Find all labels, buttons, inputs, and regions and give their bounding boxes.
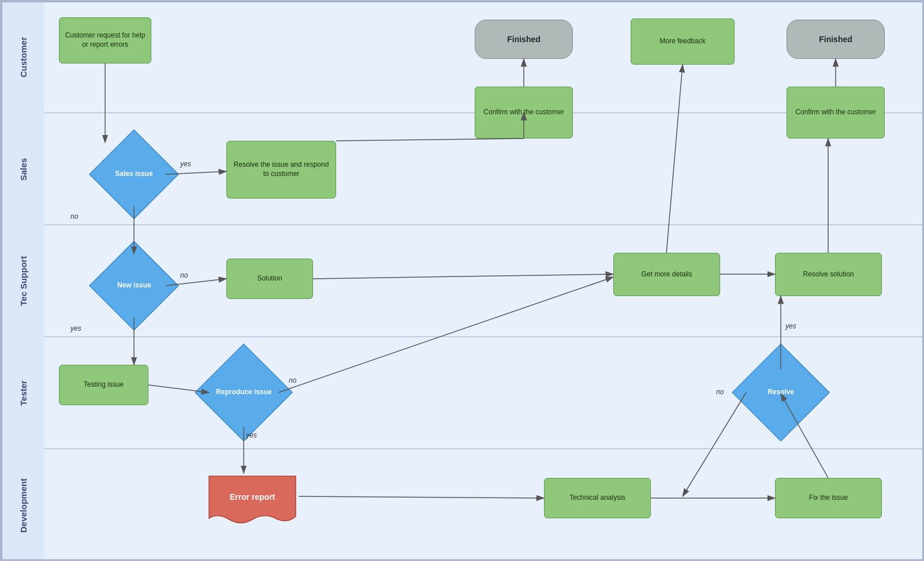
lane-label-development: Development bbox=[1, 449, 44, 561]
arrow-label-no3: no bbox=[289, 376, 296, 384]
svg-text:Error report: Error report bbox=[230, 492, 275, 502]
arrow-label-no4: no bbox=[716, 388, 724, 396]
lane-label-sales: Sales bbox=[1, 113, 44, 225]
lane-label-customer: Customer bbox=[1, 1, 44, 113]
node-finished-2: Finished bbox=[787, 20, 885, 59]
node-error-report: Error report bbox=[206, 473, 299, 531]
node-resolve-issue: Resolve the issue and respond to custome… bbox=[226, 141, 336, 199]
node-solution: Solution bbox=[226, 259, 313, 299]
node-finished-1: Finished bbox=[475, 20, 573, 59]
node-more-feedback: More feedback bbox=[631, 18, 735, 65]
diagram-container: Customer Sales Tec Support Tester Develo… bbox=[0, 0, 924, 561]
node-resolve-solution: Resolve solution bbox=[775, 253, 882, 296]
node-testing-issue: Testing issue bbox=[59, 365, 148, 405]
arrow-label-yes3: yes bbox=[246, 431, 257, 439]
node-customer-request: Customer request for help or report erro… bbox=[59, 17, 151, 63]
node-get-more-details: Get more details bbox=[613, 253, 720, 296]
node-technical-analysis: Technical analysis bbox=[544, 478, 651, 518]
arrow-label-yes1: yes bbox=[180, 160, 191, 168]
lane-label-tester: Tester bbox=[1, 337, 44, 449]
node-fix-the-issue: Fix the issue bbox=[775, 478, 882, 518]
arrow-label-yes2: yes bbox=[70, 324, 81, 332]
node-confirm-2: Confirm with the customer bbox=[787, 87, 885, 139]
arrow-label-yes4: yes bbox=[785, 322, 796, 330]
lane-label-tec-support: Tec Support bbox=[1, 225, 44, 337]
node-confirm-1: Confirm with the customer bbox=[475, 87, 573, 139]
arrow-label-no1: no bbox=[70, 212, 78, 220]
arrow-label-no2: no bbox=[180, 271, 188, 279]
